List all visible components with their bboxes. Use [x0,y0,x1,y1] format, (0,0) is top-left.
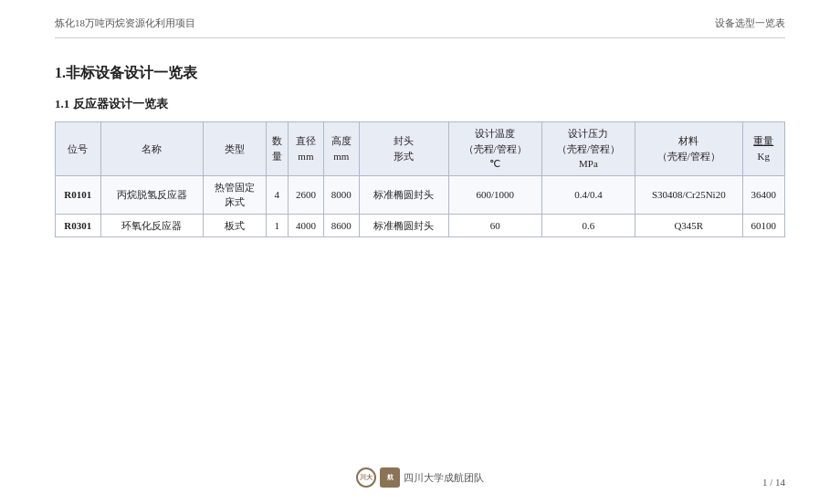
table-cell: 8000 [323,175,359,214]
table-row: R0101丙烷脱氢反应器热管固定床式426008000标准椭圆封头600/100… [56,175,785,214]
header: 炼化18万吨丙烷资源化利用项目 设备选型一览表 [55,0,785,38]
main-title: 1.非标设备设计一览表 [55,64,785,83]
table-cell: S30408/Cr25Ni20 [635,175,742,214]
col-head: 封头形式 [359,122,448,176]
logo-circle-icon: 川大 [356,467,376,488]
footer-text: 四川大学成航团队 [404,471,484,485]
table-cell: 0.6 [541,214,635,237]
table-cell: Q345R [635,214,742,237]
table-cell: 4 [266,175,288,214]
table-cell: 8600 [323,214,359,237]
col-diameter: 直径mm [288,122,323,176]
table-cell: R0301 [56,214,101,237]
page: 炼化18万吨丙烷资源化利用项目 设备选型一览表 1.非标设备设计一览表 1.1 … [0,0,840,504]
section-title: 1.1 反应器设计一览表 [55,96,785,112]
page-number: 1 / 14 [762,477,785,488]
table-row: R0301环氧化反应器板式140008600标准椭圆封头600.6Q345R60… [56,214,785,237]
col-type: 类型 [204,122,266,176]
table-cell: 60 [448,214,541,237]
table-cell: 4000 [288,214,323,237]
table-cell: 600/1000 [448,175,541,214]
footer-logo: 川大 航 四川大学成航团队 [356,467,484,488]
header-left: 炼化18万吨丙烷资源化利用项目 [55,16,195,30]
table-cell: R0101 [56,175,101,214]
table-cell: 丙烷脱氢反应器 [100,175,204,214]
col-design-temp: 设计温度（壳程/管程）℃ [448,122,541,176]
table-cell: 60100 [742,214,784,237]
table-cell: 板式 [204,214,266,237]
header-right: 设备选型一览表 [715,16,785,30]
col-design-pressure: 设计压力（壳程/管程）MPa [541,122,635,176]
col-height: 高度mm [323,122,359,176]
table-cell: 36400 [742,175,784,214]
col-pos: 位号 [56,122,101,176]
col-name: 名称 [100,122,204,176]
table-cell: 2600 [288,175,323,214]
table-cell: 0.4/0.4 [541,175,635,214]
table-cell: 标准椭圆封头 [359,175,448,214]
table-cell: 1 [266,214,288,237]
col-weight: 重量Kg [742,122,784,176]
table-cell: 热管固定床式 [204,175,266,214]
reactor-table: 位号 名称 类型 数量 直径mm 高度mm 封头形式 设计温度（壳程/管程）℃ … [55,121,785,237]
logo-badge-icon: 航 [380,467,400,488]
table-cell: 环氧化反应器 [100,214,204,237]
col-material: 材料（壳程/管程） [635,122,742,176]
footer: 川大 航 四川大学成航团队 [0,467,840,488]
col-qty: 数量 [266,122,288,176]
table-cell: 标准椭圆封头 [359,214,448,237]
